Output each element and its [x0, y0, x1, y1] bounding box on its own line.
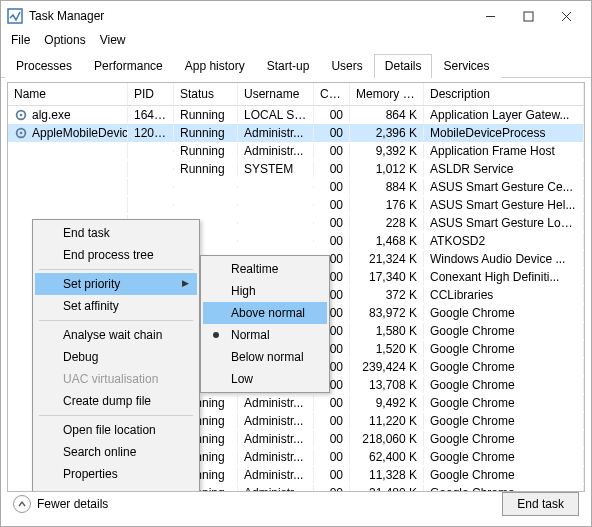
cell-status: Running: [174, 125, 238, 141]
col-memory[interactable]: Memory (p...: [350, 83, 424, 105]
tab-performance[interactable]: Performance: [83, 54, 174, 78]
cell-memory: 218,060 K: [350, 431, 424, 447]
end-task-button[interactable]: End task: [502, 492, 579, 516]
ctx-open-location[interactable]: Open file location: [35, 419, 197, 441]
submenu-arrow-icon: ▶: [182, 278, 189, 288]
cell-pid: [128, 186, 174, 188]
cell-description: Google Chrome: [424, 305, 584, 321]
cell-user: Administr...: [238, 143, 314, 159]
table-row[interactable]: alg.exe16488RunningLOCAL SE...00864 KApp…: [8, 106, 584, 124]
priority-below-normal[interactable]: Below normal: [203, 346, 327, 368]
close-button[interactable]: [547, 2, 585, 30]
cell-description: Google Chrome: [424, 359, 584, 375]
cell-cpu: 00: [314, 179, 350, 195]
cell-memory: 13,708 K: [350, 377, 424, 393]
cell-name: [8, 143, 128, 159]
ctx-set-priority-label: Set priority: [63, 277, 120, 291]
cell-status: Running: [174, 143, 238, 159]
cell-memory: 864 K: [350, 107, 424, 123]
cell-name: [8, 161, 128, 177]
table-row[interactable]: RunningSYSTEM001,012 KASLDR Service: [8, 160, 584, 178]
col-description[interactable]: Description: [424, 83, 584, 105]
table-row[interactable]: AppleMobileDeviceP...12076RunningAdminis…: [8, 124, 584, 142]
ctx-search-online[interactable]: Search online: [35, 441, 197, 463]
tab-row: Processes Performance App history Start-…: [1, 53, 591, 78]
minimize-button[interactable]: [471, 2, 509, 30]
ctx-separator: [39, 269, 193, 270]
cell-description: Google Chrome: [424, 467, 584, 483]
col-cpu[interactable]: CPU: [314, 83, 350, 105]
cell-status: Running: [174, 161, 238, 177]
cell-memory: 2,396 K: [350, 125, 424, 141]
cell-memory: 1,012 K: [350, 161, 424, 177]
cell-name: AppleMobileDeviceP...: [8, 125, 128, 141]
cell-user: Administr...: [238, 413, 314, 429]
priority-normal[interactable]: Normal: [203, 324, 327, 346]
cell-cpu: 00: [314, 215, 350, 231]
priority-high[interactable]: High: [203, 280, 327, 302]
cell-user: Administr...: [238, 431, 314, 447]
priority-above-normal[interactable]: Above normal: [203, 302, 327, 324]
tab-startup[interactable]: Start-up: [256, 54, 321, 78]
menu-file[interactable]: File: [11, 33, 30, 47]
tab-app-history[interactable]: App history: [174, 54, 256, 78]
svg-point-11: [15, 415, 27, 427]
svg-point-19: [15, 451, 27, 463]
ctx-end-task[interactable]: End task: [35, 222, 197, 244]
ctx-debug[interactable]: Debug: [35, 346, 197, 368]
cell-memory: 1,580 K: [350, 323, 424, 339]
svg-point-17: [15, 451, 27, 463]
col-username[interactable]: Username: [238, 83, 314, 105]
radio-dot-icon: [213, 332, 219, 338]
maximize-button[interactable]: [509, 2, 547, 30]
cell-description: Google Chrome: [424, 395, 584, 411]
col-pid[interactable]: PID: [128, 83, 174, 105]
col-name[interactable]: Name: [8, 83, 128, 105]
footer: Fewer details End task: [1, 486, 591, 522]
tab-details[interactable]: Details: [374, 54, 433, 78]
cell-description: Google Chrome: [424, 377, 584, 393]
ctx-dump[interactable]: Create dump file: [35, 390, 197, 412]
cell-user: [238, 204, 314, 206]
cell-description: Google Chrome: [424, 431, 584, 447]
table-row[interactable]: 00884 KASUS Smart Gesture Ce...: [8, 178, 584, 196]
cell-user: LOCAL SE...: [238, 107, 314, 123]
ctx-properties[interactable]: Properties: [35, 463, 197, 485]
cell-user: Administr...: [238, 467, 314, 483]
cell-description: ASLDR Service: [424, 161, 584, 177]
context-menu: End task End process tree Set priority ▶…: [32, 219, 200, 492]
cell-status: Running: [174, 107, 238, 123]
ctx-analyse[interactable]: Analyse wait chain: [35, 324, 197, 346]
cell-memory: 83,972 K: [350, 305, 424, 321]
menu-view[interactable]: View: [100, 33, 126, 47]
tab-processes[interactable]: Processes: [5, 54, 83, 78]
table-row[interactable]: 00176 KASUS Smart Gesture Hel...: [8, 196, 584, 214]
tab-services[interactable]: Services: [432, 54, 500, 78]
cell-memory: 17,340 K: [350, 269, 424, 285]
ctx-uac: UAC virtualisation: [35, 368, 197, 390]
cell-name: [8, 179, 128, 195]
cell-user: Administr...: [238, 449, 314, 465]
ctx-set-affinity[interactable]: Set affinity: [35, 295, 197, 317]
cell-cpu: 00: [314, 233, 350, 249]
cell-memory: 884 K: [350, 179, 424, 195]
cell-description: ASUS Smart Gesture Hel...: [424, 197, 584, 213]
priority-low[interactable]: Low: [203, 368, 327, 390]
col-status[interactable]: Status: [174, 83, 238, 105]
priority-realtime[interactable]: Realtime: [203, 258, 327, 280]
fewer-details-toggle[interactable]: Fewer details: [13, 495, 108, 513]
cell-memory: 62,400 K: [350, 449, 424, 465]
cell-pid: [128, 204, 174, 206]
svg-point-9: [15, 415, 27, 427]
cell-memory: 11,220 K: [350, 413, 424, 429]
menu-options[interactable]: Options: [44, 33, 85, 47]
cell-description: CCLibraries: [424, 287, 584, 303]
titlebar: Task Manager: [1, 1, 591, 31]
ctx-end-tree[interactable]: End process tree: [35, 244, 197, 266]
cell-cpu: 00: [314, 449, 350, 465]
table-row[interactable]: RunningAdministr...009,392 KApplication …: [8, 142, 584, 160]
tab-users[interactable]: Users: [320, 54, 373, 78]
svg-point-13: [15, 433, 27, 445]
svg-point-8: [20, 132, 23, 135]
ctx-set-priority[interactable]: Set priority ▶: [35, 273, 197, 295]
